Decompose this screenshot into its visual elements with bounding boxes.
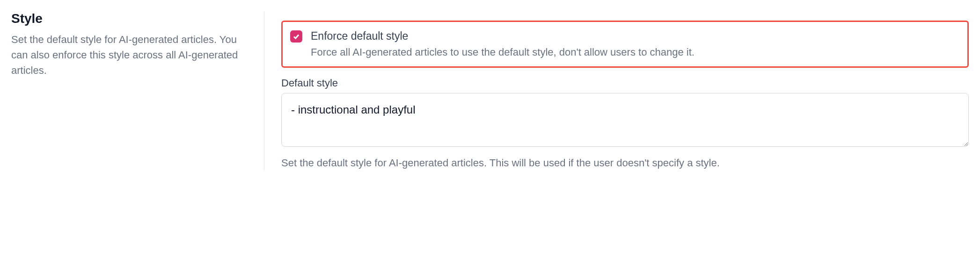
- enforce-style-label: Enforce default style: [311, 29, 960, 43]
- enforce-style-row: Enforce default style Force all AI-gener…: [281, 21, 969, 68]
- settings-content: Enforce default style Force all AI-gener…: [264, 11, 969, 171]
- default-style-field: Default style Set the default style for …: [281, 77, 969, 171]
- section-description: Set the default style for AI-generated a…: [11, 32, 253, 78]
- section-header: Style Set the default style for AI-gener…: [11, 11, 264, 171]
- default-style-textarea[interactable]: [281, 93, 969, 147]
- enforce-style-description: Force all AI-generated articles to use t…: [311, 44, 960, 60]
- section-title: Style: [11, 11, 253, 26]
- enforce-style-checkbox[interactable]: [290, 30, 302, 43]
- default-style-label: Default style: [281, 77, 969, 89]
- default-style-help: Set the default style for AI-generated a…: [281, 155, 969, 171]
- check-icon: [293, 33, 300, 40]
